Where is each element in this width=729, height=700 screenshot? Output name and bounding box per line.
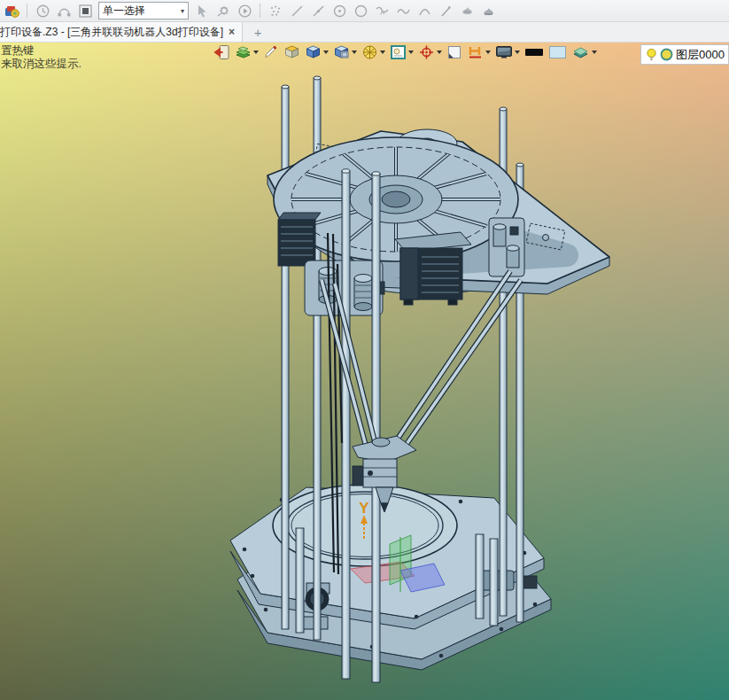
layer-panel[interactable]: 图层0000: [640, 44, 729, 65]
monitor-icon[interactable]: [495, 44, 520, 60]
carriage-right: [489, 218, 524, 276]
hint-line-2: 来取消这些提示.: [1, 58, 81, 71]
chevron-down-icon[interactable]: [485, 51, 491, 54]
blue-swatch[interactable]: [548, 44, 567, 60]
spline-icon[interactable]: [374, 3, 390, 19]
selection-mode-combo[interactable]: 单一选择 ▾: [98, 2, 189, 19]
render-mode-icon[interactable]: [235, 44, 259, 60]
chevron-down-icon[interactable]: [323, 51, 329, 54]
shaded-cube-icon[interactable]: [305, 44, 329, 60]
brush-1-icon[interactable]: [459, 3, 475, 19]
chevron-down-icon[interactable]: [352, 51, 357, 54]
view-overlay-toolbar: [213, 44, 597, 60]
wireframe-sphere-icon[interactable]: [361, 44, 385, 60]
black-swatch[interactable]: [524, 44, 544, 60]
layer-name-label: 图层0000: [676, 47, 725, 63]
circle-center-icon[interactable]: [331, 3, 347, 19]
iso-cube-icon[interactable]: [283, 44, 300, 60]
app-logo-icon[interactable]: [4, 3, 19, 19]
active-document-tab[interactable]: 打印设备.Z3 - [三角并联联动机器人3d打印设备] ×: [0, 22, 243, 42]
main-toolbar: 单一选择 ▾: [0, 0, 729, 22]
hint-line-1: 置热键: [1, 44, 81, 58]
stepper-motor-extruder: [395, 232, 471, 305]
pen-eraser-icon[interactable]: [263, 44, 279, 60]
corner-square-icon[interactable]: [446, 44, 462, 60]
selection-mode-value: 单一选择: [103, 4, 145, 19]
exit-icon[interactable]: [213, 44, 230, 60]
background-icon[interactable]: [390, 44, 414, 60]
play-circle-icon[interactable]: [237, 3, 252, 19]
separator: [27, 4, 27, 18]
chevron-down-icon[interactable]: [380, 51, 385, 54]
wave-curve-icon[interactable]: [395, 3, 411, 19]
chevron-down-icon[interactable]: [437, 51, 442, 54]
arc-icon[interactable]: [416, 3, 432, 19]
stop-frame-icon[interactable]: [77, 3, 93, 19]
chevron-down-icon: ▾: [181, 7, 184, 15]
graphics-viewport[interactable]: 置热键 来取消这些提示.: [0, 43, 729, 700]
section-icon[interactable]: [467, 44, 491, 60]
pen-line-icon[interactable]: [438, 3, 454, 19]
chevron-down-icon[interactable]: [408, 51, 414, 54]
gear-probe-icon[interactable]: [215, 3, 231, 19]
stepper-motor-left: [278, 213, 321, 266]
separator: [260, 4, 260, 18]
target-icon[interactable]: [418, 44, 442, 60]
y-axis-label: Y: [359, 500, 369, 517]
line-2-icon[interactable]: [310, 3, 326, 19]
delta-3d-printer-model[interactable]: Y: [0, 43, 729, 700]
chevron-down-icon[interactable]: [592, 51, 597, 54]
layers-diamond-icon[interactable]: [571, 44, 597, 60]
hint-message: 置热键 来取消这些提示.: [1, 44, 81, 72]
history-clock-icon[interactable]: [35, 3, 50, 19]
document-tab-bar: 打印设备.Z3 - [三角并联联动机器人3d打印设备] × +: [0, 22, 729, 43]
close-tab-icon[interactable]: ×: [229, 26, 235, 38]
brush-2-icon[interactable]: [480, 3, 496, 19]
tab-title: 打印设备.Z3 - [三角并联联动机器人3d打印设备]: [0, 25, 223, 40]
layer-color-circle-icon[interactable]: [660, 48, 673, 61]
lightbulb-icon[interactable]: [646, 48, 657, 62]
chevron-down-icon[interactable]: [515, 51, 520, 54]
curve-node-icon[interactable]: [56, 3, 72, 19]
point-cloud-icon[interactable]: [268, 3, 283, 19]
cube-window-icon[interactable]: [333, 44, 357, 60]
circle-icon[interactable]: [353, 3, 368, 19]
line-icon[interactable]: [289, 3, 305, 19]
new-tab-button[interactable]: +: [243, 22, 273, 42]
pointer-arrow-icon[interactable]: [194, 3, 210, 19]
chevron-down-icon[interactable]: [253, 51, 259, 54]
